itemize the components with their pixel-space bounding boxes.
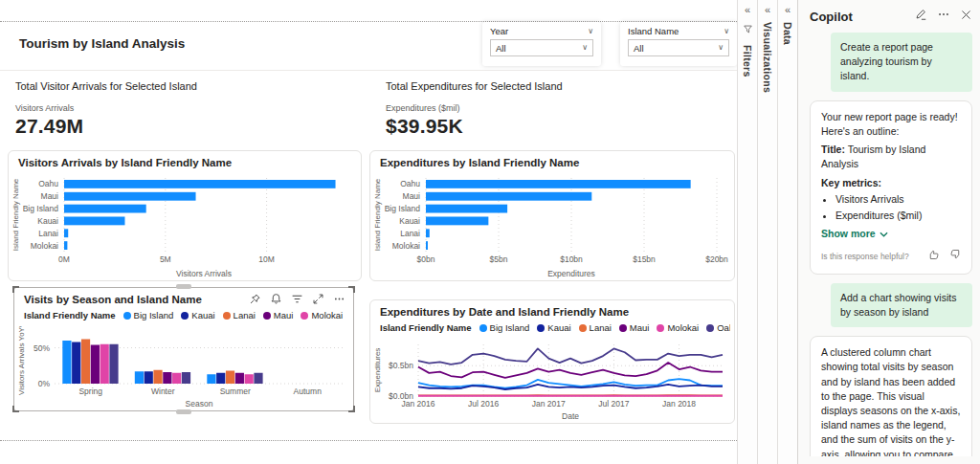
- slicer-island-value: All: [634, 43, 644, 54]
- thumbs-down-icon[interactable]: [949, 249, 961, 264]
- resize-handle[interactable]: [12, 286, 19, 293]
- svg-text:$15bn: $15bn: [633, 254, 656, 264]
- visual-visitors-bar-chart[interactable]: Visitors Arrivals by Island Friendly Nam…: [8, 150, 362, 281]
- visual-title: Expenditures by Date and Island Friendly…: [380, 306, 629, 318]
- kpi-header: Total Expenditures for Selected Island: [386, 80, 563, 92]
- svg-text:50%: 50%: [33, 343, 50, 353]
- filter-icon[interactable]: [291, 293, 303, 305]
- pin-icon[interactable]: [249, 293, 261, 305]
- svg-text:$0bn: $0bn: [417, 254, 435, 264]
- expenditures-line-chart: $0.0bn$0.5bnJan 2016Jul 2016Jan 2017Jul …: [372, 339, 732, 421]
- drag-handle[interactable]: [176, 409, 191, 414]
- slicer-island-label: Island Name: [628, 26, 679, 36]
- expand-chevrons-icon[interactable]: «: [785, 5, 791, 15]
- svg-text:Lanai: Lanai: [38, 229, 58, 238]
- legend-item: Maui: [263, 310, 294, 320]
- kpi-visitor-arrivals: Total Visitor Arrivals for Selected Isla…: [15, 80, 197, 138]
- svg-text:$5bn: $5bn: [490, 254, 508, 264]
- slicer-island-dropdown[interactable]: All ∨: [628, 39, 729, 56]
- drag-handle[interactable]: [176, 284, 191, 289]
- user-message: Add a chart showing visits by season by …: [831, 283, 972, 327]
- svg-text:$0.5bn: $0.5bn: [389, 361, 413, 370]
- pane-visualizations[interactable]: « Visualizations: [757, 0, 777, 464]
- svg-text:Autumn: Autumn: [294, 387, 323, 396]
- filter-funnel-icon: [743, 21, 753, 38]
- svg-text:Jul 2016: Jul 2016: [468, 399, 499, 409]
- visual-season-column-chart[interactable]: Visits by Season and Island Name Island …: [13, 287, 354, 411]
- svg-text:Island Friendly Name: Island Friendly Name: [373, 178, 382, 251]
- response-body: A clustered column chart showing total v…: [821, 345, 961, 456]
- kpi-label: Visitors Arrivals: [15, 103, 197, 113]
- svg-text:5M: 5M: [160, 254, 171, 264]
- copilot-header: Copilot: [810, 6, 972, 27]
- legend-item: Big Island: [479, 322, 530, 333]
- legend-title: Island Friendly Name: [24, 310, 116, 320]
- close-icon[interactable]: [960, 8, 972, 25]
- svg-text:Molokai: Molokai: [31, 241, 58, 251]
- show-more-link[interactable]: Show more: [821, 227, 961, 241]
- pane-label-data: Data: [782, 22, 793, 45]
- visual-expenditures-bar-chart[interactable]: Expenditures by Island Friendly Name $0b…: [369, 150, 735, 281]
- visual-expenditures-line-chart[interactable]: Expenditures by Date and Island Friendly…: [369, 299, 735, 424]
- powerbi-report-window: Tourism by Island Analysis Year ∨ All ∨ …: [0, 0, 980, 464]
- svg-text:Oahu: Oahu: [400, 179, 420, 188]
- visual-hover-toolbar: [249, 293, 345, 305]
- compose-icon[interactable]: [914, 8, 927, 25]
- thumbs-up-icon[interactable]: [928, 249, 940, 264]
- copilot-panel: Copilot Create a report page analyzing t…: [797, 0, 980, 464]
- expenditures-bar-chart: $0bn$5bn$10bn$15bn$20bnOahuMauiBig Islan…: [372, 174, 732, 278]
- visitors-bar-chart: 0M5M10MOahuMauiBig IslandKauaiLanaiMolok…: [11, 174, 359, 278]
- expand-chevrons-icon[interactable]: «: [745, 5, 750, 15]
- legend-item: Lanai: [579, 322, 612, 333]
- slicer-year-dropdown[interactable]: All ∨: [490, 39, 593, 56]
- svg-text:Jan 2018: Jan 2018: [662, 399, 696, 409]
- season-column-chart: 0%50%SpringWinterSummerAutumnSeasonVisit…: [16, 326, 351, 409]
- metric-item: Expenditures ($mil): [835, 209, 961, 223]
- chart-legend: Island Friendly NameBig IslandKauaiLanai…: [24, 310, 349, 320]
- legend-item: Lanai: [223, 310, 256, 320]
- legend-item: Kauai: [181, 310, 214, 320]
- svg-text:Summer: Summer: [220, 387, 251, 396]
- legend-item: Maui: [619, 322, 650, 333]
- legend-item: Kauai: [537, 322, 570, 333]
- pane-data[interactable]: « Data: [777, 0, 797, 464]
- legend-dot: [657, 324, 664, 332]
- focus-mode-icon[interactable]: [312, 293, 324, 305]
- chevron-down-icon: ∨: [582, 44, 588, 52]
- response-title-label: Title:: [821, 144, 845, 155]
- more-options-icon[interactable]: [333, 293, 345, 305]
- svg-text:Lanai: Lanai: [400, 229, 420, 238]
- kpi-label: Expenditures ($mil): [386, 103, 563, 113]
- response-title-line: Title: Tourism by Island Analysis: [821, 143, 961, 171]
- legend-item: Molokai: [657, 322, 699, 333]
- copilot-response: Your new report page is ready! Here's an…: [810, 100, 972, 275]
- svg-text:$10bn: $10bn: [560, 254, 583, 264]
- svg-text:0M: 0M: [58, 254, 70, 264]
- chevron-down-icon[interactable]: ∨: [724, 28, 729, 35]
- kpi-expenditures: Total Expenditures for Selected Island E…: [386, 80, 563, 138]
- chevron-down-icon: [880, 232, 888, 237]
- page-bottom-boundary: [0, 440, 737, 441]
- page-title: Tourism by Island Analysis: [19, 36, 185, 51]
- kpi-header: Total Visitor Arrivals for Selected Isla…: [15, 80, 197, 92]
- pane-label-visualizations: Visualizations: [762, 22, 773, 93]
- legend-dot: [579, 324, 587, 332]
- copilot-response: A clustered column chart showing total v…: [810, 336, 972, 456]
- visual-title: Visits by Season and Island Name: [24, 294, 202, 305]
- pane-filters[interactable]: « Filters: [737, 0, 757, 464]
- chevron-down-icon[interactable]: ∨: [588, 28, 593, 35]
- legend-item: Big Island: [123, 310, 174, 320]
- svg-text:Jan 2016: Jan 2016: [402, 399, 435, 409]
- kpi-value: 27.49M: [15, 115, 197, 138]
- visual-title: Expenditures by Island Friendly Name: [380, 157, 579, 168]
- alert-icon[interactable]: [270, 293, 282, 305]
- expand-chevrons-icon[interactable]: «: [765, 5, 770, 15]
- svg-text:Oahu: Oahu: [38, 179, 58, 188]
- kpi-value: $39.95K: [386, 115, 563, 138]
- legend-dot: [223, 312, 231, 320]
- svg-text:Season: Season: [186, 399, 213, 409]
- legend-dot: [181, 312, 189, 320]
- resize-handle[interactable]: [348, 286, 355, 293]
- more-options-icon[interactable]: [937, 8, 950, 25]
- svg-text:Big Island: Big Island: [385, 204, 421, 213]
